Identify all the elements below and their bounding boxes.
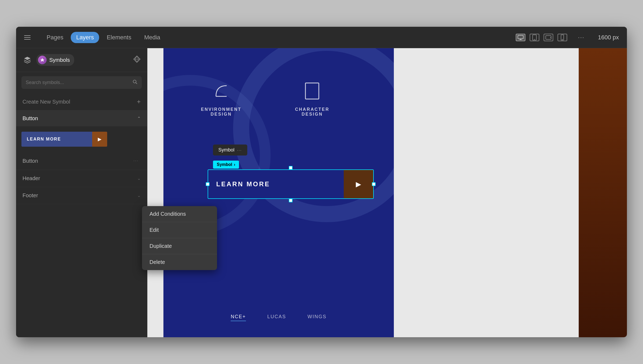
svg-rect-8 xyxy=(305,83,319,99)
top-nav: Pages Layers Elements Media ··· 1600 px xyxy=(16,27,627,48)
layer-item-header[interactable]: Header ⌄ xyxy=(16,170,147,187)
tab-elements[interactable]: Elements xyxy=(101,32,137,43)
desktop-device-icon[interactable] xyxy=(516,34,525,41)
selected-symbol-tag[interactable]: Symbol › xyxy=(213,161,239,169)
search-bar xyxy=(21,76,142,89)
tab-pages[interactable]: Pages xyxy=(41,32,69,43)
button-preview-area: LEARN MORE ▶ xyxy=(16,126,147,152)
app-window: Pages Layers Elements Media ··· 1600 px xyxy=(16,27,627,337)
create-symbol-plus-icon: + xyxy=(137,98,141,105)
left-panel: Symbols xyxy=(16,48,147,337)
character-design-icon xyxy=(301,80,323,103)
tablet-landscape-device-icon[interactable] xyxy=(544,34,553,41)
layer-item-header-chevron-icon: ⌄ xyxy=(137,176,141,181)
selected-tag-label: Symbol xyxy=(217,162,232,167)
bottom-handle-dot xyxy=(289,199,293,202)
create-symbol-label: Create New Symbol xyxy=(23,99,137,105)
selected-button-text-area: LEARN MORE xyxy=(208,170,344,198)
symbol-tag-label: Symbol xyxy=(218,147,234,153)
button-section-title: Button xyxy=(23,115,137,122)
top-handle-dot xyxy=(289,166,293,170)
character-design-label: CHARACTER DESIGN xyxy=(295,107,329,117)
tab-media[interactable]: Media xyxy=(139,32,166,43)
more-options-icon[interactable]: ··· xyxy=(578,34,584,41)
right-partial-canvas xyxy=(579,48,627,337)
preview-button-label: LEARN MORE xyxy=(21,137,92,142)
px-display: 1600 px xyxy=(598,34,619,41)
selected-button-wrapper: LEARN MORE ▶ xyxy=(208,169,374,199)
context-menu: Add Conditions Edit Duplicate Delete xyxy=(142,206,217,270)
context-menu-item-duplicate[interactable]: Duplicate xyxy=(142,238,217,254)
layer-item-button-more-icon[interactable]: ··· xyxy=(131,157,141,164)
layer-item-footer-chevron-icon: ⌄ xyxy=(137,193,141,198)
svg-point-2 xyxy=(534,39,535,40)
button-section-chevron-icon: ⌃ xyxy=(137,116,141,121)
selected-button-text: LEARN MORE xyxy=(216,180,270,188)
canvas-nav-item-nce[interactable]: NCE+ xyxy=(231,314,246,321)
canvas-area: ENVIRONMENT DESIGN CHARACTER DESIGN xyxy=(147,48,627,337)
search-icon xyxy=(133,79,137,86)
symbol-tag-more-icon[interactable]: ··· xyxy=(237,148,242,152)
tablet-portrait-device-icon[interactable] xyxy=(530,34,539,41)
selection-bottom-handle xyxy=(208,199,374,202)
layer-item-footer[interactable]: Footer ⌄ xyxy=(16,187,147,204)
symbol-tooltip: Symbol ··· xyxy=(213,145,247,156)
svg-rect-0 xyxy=(518,35,523,39)
panel-header: Symbols xyxy=(16,48,147,72)
layer-item-button-label: Button xyxy=(23,158,131,164)
canvas-nav-item-wings[interactable]: WINGS xyxy=(308,314,327,321)
design-page: ENVIRONMENT DESIGN CHARACTER DESIGN xyxy=(163,48,394,337)
environment-design-icon xyxy=(211,80,232,103)
tab-layers[interactable]: Layers xyxy=(71,32,99,43)
selected-button-arrow-area: ▶ xyxy=(344,170,373,198)
canvas-selected-button-container: LEARN MORE ▶ xyxy=(208,166,374,202)
mobile-device-icon[interactable] xyxy=(558,34,567,41)
diamond-icon[interactable] xyxy=(133,55,141,65)
left-handle-dot xyxy=(206,182,210,186)
canvas-icon-character: CHARACTER DESIGN xyxy=(295,80,329,117)
button-section-header[interactable]: Button ⌃ xyxy=(16,111,147,126)
symbols-label: Symbols xyxy=(49,57,70,63)
layer-item-header-label: Header xyxy=(23,175,137,181)
layer-item-button[interactable]: Button ··· xyxy=(16,152,147,170)
svg-point-4 xyxy=(550,37,551,38)
canvas-nav-item-lucas[interactable]: LUCAS xyxy=(267,314,286,321)
selected-button-inner: LEARN MORE ▶ xyxy=(208,169,374,199)
symbol-tag: Symbol ··· xyxy=(213,145,247,156)
symbol-icon xyxy=(38,56,47,64)
nav-tabs: Pages Layers Elements Media xyxy=(41,32,166,43)
canvas-icon-environment: ENVIRONMENT DESIGN xyxy=(201,80,241,117)
preview-button: LEARN MORE ▶ xyxy=(21,132,107,147)
environment-design-label: ENVIRONMENT DESIGN xyxy=(201,107,241,117)
layers-icon[interactable] xyxy=(23,55,32,65)
context-menu-item-delete[interactable]: Delete xyxy=(142,254,217,270)
canvas-icons-row: ENVIRONMENT DESIGN CHARACTER DESIGN xyxy=(201,80,330,117)
context-menu-item-add-conditions[interactable]: Add Conditions xyxy=(142,206,217,222)
canvas-background: ENVIRONMENT DESIGN CHARACTER DESIGN xyxy=(147,48,627,337)
preview-button-arrow-icon: ▶ xyxy=(92,132,107,147)
context-menu-item-edit[interactable]: Edit xyxy=(142,222,217,238)
device-icons xyxy=(516,34,567,41)
symbol-badge[interactable]: Symbols xyxy=(36,54,74,66)
search-input[interactable] xyxy=(26,80,130,85)
svg-point-6 xyxy=(562,39,563,40)
selected-tag-chevron-icon: › xyxy=(234,162,235,167)
main-content: Symbols xyxy=(16,48,627,337)
canvas-nav-row: NCE+ LUCAS WINGS xyxy=(163,314,394,321)
layer-item-footer-label: Footer xyxy=(23,192,137,199)
right-handle-dot xyxy=(372,182,376,186)
create-symbol-button[interactable]: Create New Symbol + xyxy=(16,93,147,111)
hamburger-menu-icon[interactable] xyxy=(24,35,31,40)
